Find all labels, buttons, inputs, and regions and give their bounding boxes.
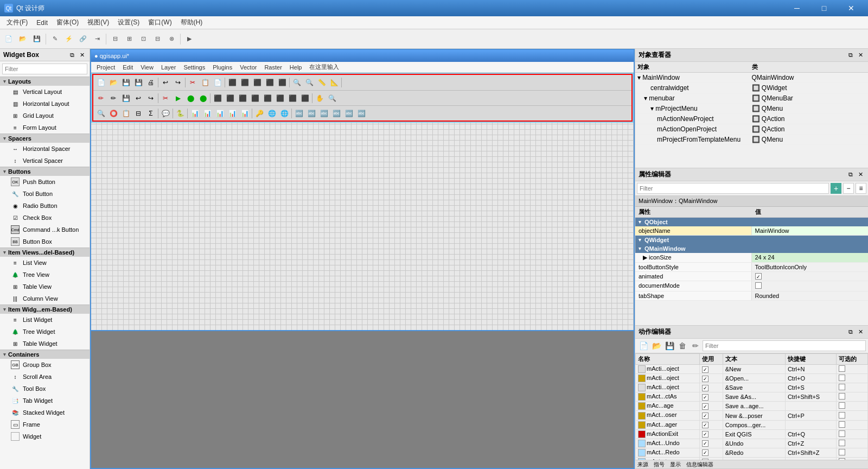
- qgis-del-ring[interactable]: ⬛: [237, 92, 248, 104]
- menu-edit[interactable]: Edit: [32, 16, 52, 29]
- close-button[interactable]: ✕: [839, 0, 864, 16]
- prop-row-objectname[interactable]: objectName MainWindow: [635, 226, 868, 236]
- property-remove-button[interactable]: −: [843, 183, 854, 194]
- action-edit[interactable]: ✏: [690, 340, 701, 352]
- action-copy[interactable]: 📂: [650, 340, 662, 352]
- action-new[interactable]: 📄: [637, 340, 649, 352]
- action-row[interactable]: mAc...age ✓ Save a...age...: [636, 402, 868, 411]
- prop-row-documentmode[interactable]: documentMode: [635, 281, 868, 291]
- action-row[interactable]: mAct...Undo ✓ &Undo Ctrl+Z: [636, 439, 868, 448]
- qgis-pencil[interactable]: ✏: [95, 92, 107, 104]
- designer-menu-help[interactable]: Help: [286, 64, 305, 71]
- obj-row-template[interactable]: mProjectFromTemplateMenu 🔲 QMenu: [635, 135, 868, 145]
- widget-widget[interactable]: Widget: [0, 430, 90, 442]
- qgis-open[interactable]: 📂: [107, 77, 119, 88]
- qgis-new[interactable]: 📄: [95, 77, 107, 88]
- category-spacers[interactable]: ▾ Spacers: [0, 134, 90, 143]
- widget-check-box[interactable]: ☑ Check Box: [0, 212, 90, 224]
- qgis-save-layer[interactable]: 💾: [120, 92, 132, 104]
- toolbar-signal[interactable]: ⚡: [62, 33, 75, 46]
- widget-tool-button[interactable]: 🔧 Tool Button: [0, 188, 90, 200]
- widget-stacked-widget[interactable]: 📚 Stacked Widget: [0, 407, 90, 419]
- toolbar-taborder[interactable]: ⇥: [91, 33, 104, 46]
- qgis-paste[interactable]: 📄: [212, 77, 224, 88]
- obj-row-new[interactable]: mActionNewProject 🔲 QAction: [635, 114, 868, 124]
- qgis-select-poly[interactable]: ⬛: [251, 77, 263, 88]
- widget-grid-layout[interactable]: ⊞ Grid Layout: [0, 110, 90, 122]
- menu-settings[interactable]: 设置(S): [113, 16, 144, 29]
- qgis-move[interactable]: ⬛: [224, 92, 236, 104]
- toolbar-layout-form[interactable]: ⊟: [151, 33, 164, 46]
- property-add-button[interactable]: +: [831, 183, 841, 194]
- qgis-add-feat[interactable]: ▶: [172, 92, 184, 104]
- documentmode-checkbox[interactable]: [755, 282, 762, 289]
- qgis-rollback2[interactable]: ↪: [145, 92, 157, 104]
- prop-objectname-value[interactable]: MainWindow: [752, 226, 869, 235]
- qgis-cut[interactable]: ✂: [187, 77, 199, 88]
- action-row[interactable]: mAct...Redo ✓ &Redo Ctrl+Shift+Z: [636, 448, 868, 457]
- prop-row-iconsize[interactable]: ▶ iconSize 24 x 24: [635, 253, 868, 263]
- widget-table-widget[interactable]: ⊞ Table Widget: [0, 338, 90, 350]
- widget-scroll-area[interactable]: ↕ Scroll Area: [0, 371, 90, 383]
- qgis-save[interactable]: 💾: [120, 77, 132, 88]
- obj-row-menubar[interactable]: ▾ menubar 🔲 QMenuBar: [635, 93, 868, 104]
- qgis-pan[interactable]: ✋: [314, 92, 326, 104]
- prop-iconsize-value[interactable]: 24 x 24: [752, 253, 869, 262]
- qgis-web2[interactable]: 🌐: [278, 107, 290, 119]
- menu-window[interactable]: 窗口(W): [144, 16, 176, 29]
- prop-row-toolbuttonstyle[interactable]: toolButtonStyle ToolButtonIconOnly: [635, 263, 868, 272]
- animated-checkbox[interactable]: ✓: [755, 273, 762, 280]
- designer-menu-plugins[interactable]: Plugins: [209, 64, 235, 71]
- obj-row-mainwindow[interactable]: ▾ MainWindow QMainWindow: [635, 73, 868, 83]
- widget-button-box[interactable]: BB Button Box: [0, 236, 90, 248]
- toolbar-layout-h[interactable]: ⊟: [108, 33, 122, 46]
- qgis-print[interactable]: 🖨: [145, 77, 157, 88]
- prop-section-qobject[interactable]: ▾ QObject: [635, 218, 868, 226]
- widget-list-view[interactable]: ≡ List View: [0, 257, 90, 269]
- designer-menu-project[interactable]: Project: [93, 64, 118, 71]
- action-filter-input[interactable]: [703, 340, 866, 351]
- qgis-node[interactable]: ⬛: [212, 92, 224, 104]
- qgis-attr-table[interactable]: 📋: [120, 107, 132, 119]
- action-delete[interactable]: 🗑: [676, 340, 688, 352]
- widget-list-widget[interactable]: ≡ List Widget: [0, 314, 90, 326]
- qgis-measure-area[interactable]: 📐: [328, 77, 340, 88]
- qgis-no-select[interactable]: ⭕: [107, 107, 119, 119]
- widget-tool-box[interactable]: 🔧 Tool Box: [0, 383, 90, 395]
- toolbar-preview[interactable]: ▶: [183, 33, 196, 46]
- qgis-label5[interactable]: 🔤: [343, 107, 355, 119]
- widget-form-layout[interactable]: ≡ Form Layout: [0, 122, 90, 134]
- toolbar-save[interactable]: 💾: [30, 33, 43, 46]
- prop-section-qmainwindow[interactable]: ▾ QMainWindow: [635, 244, 868, 253]
- qgis-bar-chart[interactable]: 📊: [201, 107, 213, 119]
- widget-group-box[interactable]: GB Group Box: [0, 359, 90, 371]
- designer-menu-raster[interactable]: Raster: [261, 64, 285, 71]
- toolbar-buddy[interactable]: 🔗: [76, 33, 90, 46]
- toolbar-open[interactable]: 📂: [16, 33, 29, 46]
- property-editor-close[interactable]: ✕: [856, 170, 865, 179]
- widget-tree-widget[interactable]: 🌲 Tree Widget: [0, 326, 90, 338]
- widget-horizontal-spacer[interactable]: ↔ Horizontal Spacer: [0, 143, 90, 155]
- widget-tab-widget[interactable]: 📑 Tab Widget: [0, 395, 90, 407]
- category-layouts[interactable]: ▾ Layouts: [0, 77, 90, 86]
- toolbar-layout-break[interactable]: ⊗: [165, 33, 178, 46]
- widget-push-button[interactable]: OK Push Button: [0, 176, 90, 188]
- action-row[interactable]: mActi...oject ✓ &Save Ctrl+S: [636, 383, 868, 392]
- property-editor-float[interactable]: ⧉: [846, 170, 855, 179]
- qgis-reshape[interactable]: ⬛: [261, 92, 273, 104]
- action-editor-float[interactable]: ⧉: [846, 328, 855, 337]
- action-row[interactable]: mActionExit ✓ Exit QGIS Ctrl+Q: [636, 429, 868, 439]
- qgis-zoom-in[interactable]: 🔍: [95, 107, 107, 119]
- object-inspector-float[interactable]: ⧉: [846, 51, 855, 60]
- qgis-identify-more[interactable]: 🔍: [303, 77, 315, 88]
- widget-vertical-layout[interactable]: ▤ Vertical Layout: [0, 86, 90, 98]
- menu-form[interactable]: 窗体(O): [52, 16, 83, 29]
- minimize-button[interactable]: ─: [784, 0, 809, 16]
- action-row[interactable]: mActi...oject ✓ &Open... Ctrl+O: [636, 374, 868, 383]
- prop-row-tabshape[interactable]: tabShape Rounded: [635, 291, 868, 301]
- action-row[interactable]: mAct...ager ✓ Compos...ger...: [636, 420, 868, 429]
- qgis-line-chart[interactable]: 📊: [226, 107, 238, 119]
- prop-documentmode-value[interactable]: [752, 281, 869, 291]
- property-filter-input[interactable]: [637, 183, 829, 194]
- qgis-python[interactable]: 🐍: [174, 107, 186, 119]
